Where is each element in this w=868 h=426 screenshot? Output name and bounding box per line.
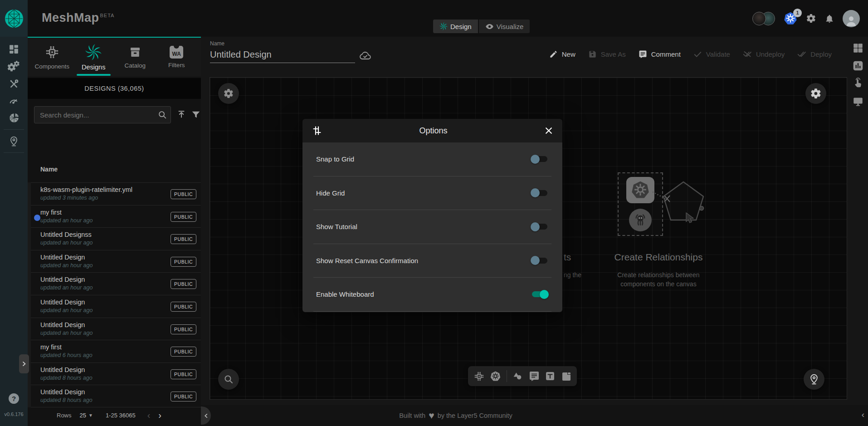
location-pin-icon [808,373,820,385]
meshery-logo[interactable] [0,0,28,37]
tools-icon [8,78,20,89]
design-list-item[interactable]: Untitled Design updated an hour ago PUBL… [31,250,201,273]
tutorial-description: Create relationships between components … [590,270,727,289]
collapse-left-handle[interactable] [201,406,211,425]
validate-button[interactable]: Validate [693,50,730,59]
media-icon [561,371,572,382]
canvas-settings-button[interactable] [805,83,826,104]
settings-button[interactable] [806,13,816,24]
magnifier-icon [223,374,234,385]
notifications-button[interactable] [824,14,834,24]
undeploy-button[interactable]: Undeploy [743,49,785,59]
canvas-shapes-button[interactable] [218,83,239,104]
meshery-logo-icon [4,9,24,29]
collapse-right-button[interactable]: ‹ [862,410,864,420]
design-name-label: Name [210,40,364,47]
tab-design[interactable]: Design [433,20,478,33]
dock-kubernetes-tool[interactable] [490,371,501,382]
double-check-crossed-icon [743,49,752,59]
nav-extensions[interactable] [0,109,28,127]
design-actions-toolbar: New Save As Comment Validate Undeploy [549,49,832,59]
tab-designs[interactable]: Designs [73,38,115,77]
design-list-item[interactable]: k8s-wasm-plugin-ratelimiter.yml updated … [31,182,201,205]
toggle-switch[interactable] [531,256,549,265]
toggle-switch[interactable] [531,155,549,164]
upload-design-button[interactable] [176,110,186,120]
design-list-item[interactable]: Untitled Designss updated an hour ago PU… [31,227,201,250]
design-list-item[interactable]: Untitled Design updated an hour ago PUBL… [31,272,201,295]
check-icon [693,50,702,59]
dock-shapes-tool[interactable] [512,371,523,382]
nav-dashboard[interactable] [0,40,28,58]
hidden-tutorial-title-fragment: ts [564,252,571,263]
nav-configuration[interactable] [0,75,28,92]
nav-meshmap[interactable] [0,132,28,150]
canvas-pin-button[interactable] [804,369,824,390]
dock-comment-tool[interactable] [529,371,540,382]
nav-rail: ? v0.6.176 [0,37,28,426]
pagination-bar: Rows 25▼ 1-25 36065 ‹ › [28,403,201,426]
search-input[interactable] [34,106,171,123]
bar-chart-icon [852,60,864,72]
nav-performance[interactable] [0,92,28,109]
design-list-item[interactable]: Untitled Design updated an hour ago PUBL… [31,295,201,318]
design-list-item[interactable]: Untitled Design updated an hour ago PUBL… [31,318,201,340]
touch-hand-icon [852,78,864,89]
comment-button[interactable]: Comment [639,50,681,59]
design-list-item[interactable]: my first updated an hour ago PUBLIC [31,205,201,228]
deploy-button[interactable]: Deploy [797,49,832,59]
close-modal-button[interactable] [544,126,553,135]
dock-media-tool[interactable] [561,371,572,382]
tab-visualize[interactable]: Visualize [479,20,530,33]
designs-panel: Components Designs Catalog WA Filters DE… [28,37,201,426]
tab-components[interactable]: Components [31,38,73,77]
design-visibility-badge: PUBLIC [171,347,196,357]
options-modal: Options Snap to Grid Hide Grid Show Tuto… [302,119,562,312]
chart-view-button[interactable] [852,60,864,72]
design-list-item[interactable]: Untitled Design updated 8 hours ago PUBL… [31,362,201,385]
gear-icon [810,88,822,99]
search-icon[interactable] [157,110,167,120]
panel-expander-button[interactable] [19,354,29,373]
next-page-button[interactable]: › [158,410,161,421]
rail-divider [4,129,24,130]
bell-icon [824,14,834,24]
canvas-view-rail [850,42,866,107]
dock-components-tool[interactable] [473,371,485,382]
help-button[interactable]: ? [9,393,19,404]
tab-catalog[interactable]: Catalog [114,38,156,77]
rows-per-page-select[interactable]: 25▼ [80,412,93,419]
design-list-item[interactable]: my first updated 6 hours ago PUBLIC [31,340,201,362]
monitor-icon [852,95,864,107]
kubernetes-tile [626,177,654,203]
dock-text-tool[interactable] [545,371,556,382]
toggle-switch[interactable] [531,290,549,299]
gears-icon [8,60,20,73]
design-name-input[interactable] [210,47,355,63]
display-mode-button[interactable] [852,95,864,107]
pencil-icon [549,50,558,59]
tab-visualize-label: Visualize [497,23,524,30]
collaborator-avatar-1[interactable] [752,12,766,25]
chevron-right-icon [21,361,27,367]
filter-button[interactable] [191,110,201,120]
top-header: MeshMapBETA Design Visualize 1 [0,0,868,37]
kubernetes-context-button[interactable]: 1 [783,11,798,26]
profile-avatar[interactable] [843,10,860,27]
toggle-switch[interactable] [531,222,549,231]
design-name-field: Name [210,40,364,63]
save-as-button[interactable]: Save As [588,50,626,59]
option-label: Show Tutorial [316,223,357,230]
nav-lifecycle[interactable] [0,58,28,75]
tune-icon [312,125,322,136]
toggle-switch[interactable] [531,188,549,197]
prev-page-button[interactable]: ‹ [147,410,151,421]
new-design-button[interactable]: New [549,50,575,59]
grid-view-button[interactable] [852,42,864,54]
eye-icon [485,22,494,31]
close-icon [544,126,553,135]
tab-filters[interactable]: WA Filters [156,38,198,77]
interact-mode-button[interactable] [852,78,864,89]
option-row: Enable Whiteboard [313,278,551,312]
canvas-zoom-button[interactable] [218,369,239,390]
